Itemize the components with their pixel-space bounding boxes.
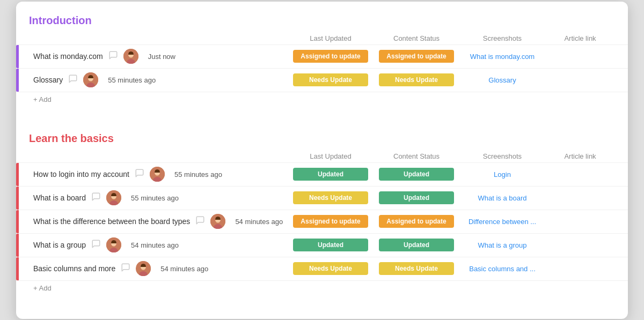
comment-icon[interactable] [91,239,101,251]
article-link-cell: Login [459,169,545,179]
row-name: What is monday.com [29,52,103,61]
header-content-status: Content Status [374,34,459,42]
article-link[interactable]: Login [494,170,511,178]
add-row-learn-the-basics[interactable]: + Add [16,280,628,295]
row-left: Glossary 55 minutes ago [29,72,288,87]
screenshots-cell: Updated [374,168,459,181]
row-bar [16,187,19,210]
article-link-cell: Basic columns and ... [459,264,545,273]
row-bar [16,234,19,257]
section-divider [16,122,628,132]
content-status-cell: Needs Update [288,262,374,275]
article-link-cell: Glossary [459,75,545,85]
screenshots-badge[interactable]: Needs Update [379,262,454,275]
row-bar [16,69,19,92]
header-name [29,152,288,160]
header-screenshots: Screenshots [459,152,545,160]
content-status-badge[interactable]: Needs Update [293,191,368,204]
article-link[interactable]: What is a group [478,241,526,249]
table-row: How to login into my account 55 minutes … [16,162,628,186]
row-time: 54 minutes ago [127,241,179,249]
row-name: How to login into my account [29,170,129,178]
comment-icon[interactable] [121,263,130,275]
add-row-introduction[interactable]: + Add [16,92,628,107]
comment-icon[interactable] [108,50,118,63]
header-last-updated: Last Updated [288,34,374,42]
avatar [123,49,138,64]
table-row: What is monday.com Just now Assigned to … [16,44,628,68]
article-link[interactable]: Basic columns and ... [469,265,536,273]
row-time: 54 minutes ago [156,265,208,273]
article-link[interactable]: Difference between ... [469,218,536,226]
avatar [106,190,121,205]
row-name: What is the difference between the board… [29,217,190,226]
article-link[interactable]: Glossary [488,76,516,84]
row-bar [16,210,19,233]
screenshots-badge[interactable]: Assigned to update [379,215,454,228]
screenshots-cell: Needs Update [374,262,459,275]
table-row: Basic columns and more 54 minutes ago Ne… [16,257,628,280]
content-status-badge[interactable]: Needs Update [293,262,368,275]
table-row: Glossary 55 minutes ago Needs Update Nee… [16,68,628,92]
comment-icon[interactable] [91,192,101,204]
row-bar [16,257,19,280]
content-status-badge[interactable]: Assigned to update [293,50,368,63]
content-status-cell: Needs Update [288,73,374,86]
screenshots-badge[interactable]: Assigned to update [379,50,454,63]
content-status-badge[interactable]: Updated [293,239,368,251]
row-left: What is a group 54 minutes ago [29,237,288,252]
header-name [29,34,288,42]
header-article-link: Article link [545,34,615,42]
row-left: How to login into my account 55 minutes … [29,167,288,182]
section-title-introduction: Introduction [16,14,628,32]
row-name: What is a group [29,241,86,249]
avatar [150,167,165,182]
header-article-link: Article link [545,152,615,160]
avatar [136,261,151,276]
article-link[interactable]: What is monday.com [470,53,535,61]
row-left: What is monday.com Just now [29,49,288,64]
header-last-updated: Last Updated [288,152,374,160]
row-time: 54 minutes ago [231,218,283,226]
content-status-cell: Assigned to update [288,50,374,63]
table-header-introduction: Last Updated Content Status Screenshots … [16,32,628,44]
article-link-cell: What is a group [459,240,545,250]
screenshots-cell: Updated [374,191,459,204]
avatar [210,214,225,229]
screenshots-badge[interactable]: Updated [379,168,454,181]
article-link-cell: What is monday.com [459,51,545,61]
row-time: 55 minutes ago [127,194,179,202]
table-row: What is the difference between the board… [16,210,628,233]
screenshots-badge[interactable]: Updated [379,191,454,204]
content-status-badge[interactable]: Needs Update [293,73,368,86]
article-link[interactable]: What is a board [478,194,526,202]
screenshots-cell: Needs Update [374,73,459,86]
content-status-cell: Assigned to update [288,215,374,228]
row-bar [16,45,19,68]
row-time: Just now [144,53,175,61]
comment-icon[interactable] [195,215,205,228]
section-learn-the-basics: Learn the basics Last Updated Content St… [16,132,628,295]
screenshots-cell: Assigned to update [374,215,459,228]
content-status-cell: Updated [288,168,374,181]
avatar [106,237,121,252]
main-card: Introduction Last Updated Content Status… [16,2,628,319]
header-content-status: Content Status [374,152,459,160]
content-status-badge[interactable]: Updated [293,168,368,181]
section-introduction: Introduction Last Updated Content Status… [16,14,628,107]
comment-icon[interactable] [68,74,78,86]
table-row: What is a board 55 minutes ago Needs Upd… [16,186,628,210]
comment-icon[interactable] [135,168,144,181]
screenshots-cell: Assigned to update [374,50,459,63]
row-left: What is a board 55 minutes ago [29,190,288,205]
content-status-badge[interactable]: Assigned to update [293,215,368,228]
row-time: 55 minutes ago [104,76,156,84]
screenshots-badge[interactable]: Needs Update [379,73,454,86]
row-time: 55 minutes ago [170,170,222,178]
content-status-cell: Updated [288,239,374,251]
table-row: What is a group 54 minutes ago Updated U… [16,233,628,257]
row-left: Basic columns and more 54 minutes ago [29,261,288,276]
row-name: Basic columns and more [29,264,115,273]
section-title-learn-the-basics: Learn the basics [16,132,628,150]
screenshots-badge[interactable]: Updated [379,239,454,251]
